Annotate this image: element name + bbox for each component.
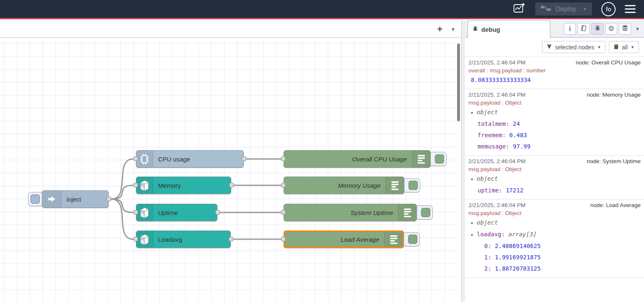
debug-type-meta: object [477,109,498,115]
debug-list-icon [386,177,404,194]
debug-list-icon [398,204,417,221]
debug-toggle-button[interactable] [403,178,420,192]
debug-source-node[interactable]: node: System Uptime [587,158,641,165]
node-body: Load Average [284,230,404,248]
debug-type-meta: array[3] [509,231,537,238]
flow-node-load-average[interactable]: Load Average [284,230,404,248]
debug-message: 2/21/2025, 2:46:04 PM node: Memory Usage… [465,89,644,156]
input-port[interactable] [281,156,286,161]
debug-toggle-button-inner [421,208,430,217]
debug-toggle-button[interactable] [402,232,420,246]
node-body: System Uptime [284,204,417,221]
input-port[interactable] [281,237,286,241]
sidebar-tool-config-gear-button[interactable]: ⚙ [605,23,617,35]
debug-line: 2: 1.88720703125 [468,263,641,274]
node-body: Uptime [136,204,217,221]
sidebar-tool-bug-button[interactable] [591,23,603,35]
sidebar-tools: i ⚙ ▼ [564,23,640,35]
debug-value: 1.99169921875 [495,254,541,261]
computer-icon [136,231,153,248]
debug-key: totalmem: [478,120,513,127]
node-label: Memory [153,182,231,189]
debug-line: freemem: 0.483 [468,130,641,141]
debug-toggle-button-inner [408,235,417,244]
add-flow-plus-icon[interactable]: + [437,25,442,34]
input-port[interactable] [281,183,286,187]
debug-property: msg.payload : Object [468,99,641,107]
flow-node-memory[interactable]: Memory [136,177,231,194]
deploy-chevron-icon[interactable]: ▼ [583,7,587,11]
tree-expand-arrow[interactable]: ▾ [471,229,477,241]
flow-node-inject[interactable]: inject [42,190,109,208]
sidebar-splitter[interactable] [461,20,465,302]
user-avatar[interactable]: fo [601,2,616,16]
debug-value: 97.99 [513,143,530,150]
output-port[interactable] [229,183,234,187]
output-port[interactable] [229,237,233,241]
sidebar-tool-context-storage-button[interactable] [619,23,631,35]
bug-icon [472,26,478,33]
debug-list-icon [412,151,430,167]
debug-sidebar: debug i ⚙ ▼ selected nodes ▼ [465,20,644,302]
sidebar-tool-help-book-button[interactable] [578,23,590,35]
info-icon: i [569,25,570,33]
flow-node-overall-cpu[interactable]: Overall CPU Usage [284,150,431,168]
filter-chevron-icon: ▼ [597,45,601,49]
node-body: CPU usage [136,150,244,168]
flow-node-uptime[interactable]: Uptime [136,204,217,221]
flow-node-system-uptime[interactable]: System Uptime [284,204,417,221]
deploy-button[interactable]: Deploy ▼ [535,3,592,15]
input-port[interactable] [133,210,138,215]
debug-source-node[interactable]: node: Overall CPU Usage [576,59,641,67]
wire[interactable] [111,185,133,199]
sidebar-tool-info-button[interactable]: i [564,23,576,35]
node-label: inject [61,196,108,203]
output-port[interactable] [215,210,220,215]
input-port[interactable] [133,237,138,241]
flow-list-chevron-icon[interactable]: ▼ [451,27,455,32]
debug-type-meta: object [477,175,498,182]
debug-property: msg.payload : Object [468,166,641,173]
sidebar-tools-chevron-icon[interactable]: ▼ [635,26,640,31]
debug-toggle-button-inner [435,154,444,164]
debug-value: 8.083333333333334 [471,77,531,83]
computer-icon [136,204,153,221]
tree-expand-arrow[interactable]: ▾ [471,107,477,118]
tree-expand-arrow[interactable]: ▾ [471,218,477,229]
output-port[interactable] [242,156,246,161]
debug-key: 1: [484,254,495,261]
flow-canvas[interactable]: inject CPU usage Memory [0,38,461,302]
input-port[interactable] [133,183,138,187]
debug-message: 2/21/2025, 2:46:04 PM node: Overall CPU … [465,57,644,89]
clear-chevron-icon: ▼ [631,45,634,49]
debug-value: 0.483 [509,132,527,138]
wire[interactable] [111,199,133,212]
help-book-icon [580,25,587,33]
tree-expand-arrow[interactable]: ▾ [471,174,477,185]
canvas-vertical-scrollbar[interactable] [457,44,460,121]
output-port[interactable] [107,197,111,201]
debug-toggle-button[interactable] [415,205,433,220]
menu-hamburger-icon[interactable] [625,5,636,13]
node-body: Loadavg [136,230,231,248]
ai-assistant-icon [513,2,526,17]
input-port[interactable] [281,210,286,215]
debug-clear-button[interactable]: all ▼ [609,41,639,53]
debug-property: overall : msg.payload : number [468,67,641,74]
debug-property: msg.payload : Object [468,210,641,217]
debug-key: freemem: [478,132,509,138]
debug-source-node[interactable]: node: Load Average [590,202,641,209]
debug-toggle-button[interactable] [429,152,447,166]
context-storage-icon [621,25,629,33]
workspace-tabstrip: + ▼ [0,20,461,38]
flow-node-loadavg[interactable]: Loadavg [136,230,231,248]
input-port[interactable] [133,156,138,161]
debug-filter-button[interactable]: selected nodes ▼ [542,41,606,53]
sidebar-tab-debug[interactable]: debug [468,20,550,38]
flow-node-cpu[interactable]: CPU usage [136,150,244,168]
flow-node-memory-usage[interactable]: Memory Usage [284,177,404,194]
debug-line: ▾loadavg: array[3] [468,229,641,241]
node-body: inject [42,190,109,208]
debug-source-node[interactable]: node: Memory Usage [587,91,641,99]
ai-assistant-button[interactable] [513,2,526,17]
